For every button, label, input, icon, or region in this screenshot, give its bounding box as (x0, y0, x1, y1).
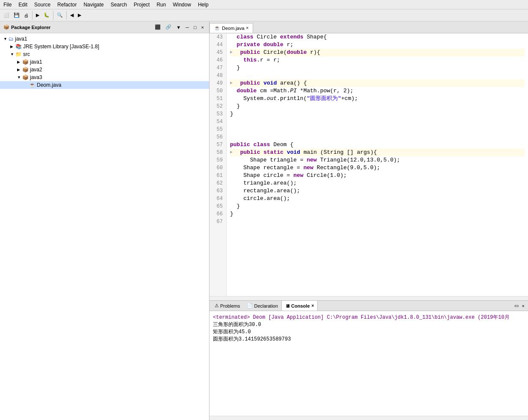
tree-item-deom-java[interactable]: ☕ Deom.java (0, 81, 209, 89)
line-number: 59 (213, 156, 223, 164)
tree-item-pkg-java3[interactable]: ▼ 📦 java3 (0, 73, 209, 81)
code-line[interactable]: Shape rectangle = new Rectangle(9.0,5.0)… (230, 164, 525, 172)
tree-item-java1[interactable]: ▼ 🗂 java1 (0, 35, 209, 43)
code-line[interactable]: rectangle.area(); (230, 187, 525, 195)
code-line[interactable]: public class Deom { (230, 141, 525, 149)
menu-help[interactable]: Help (195, 1, 212, 9)
tab-console[interactable]: 🖥 Console × (281, 301, 318, 311)
code-content[interactable]: class Circle extends Shape{ private doub… (227, 33, 528, 296)
code-token: public (240, 149, 260, 156)
line-number: 62 (213, 179, 223, 187)
code-token: new (307, 156, 316, 164)
tab-close-btn[interactable]: × (246, 26, 249, 30)
code-token: } (230, 64, 240, 72)
console-minimize-btn[interactable]: ▭ (513, 302, 520, 310)
code-token: this (243, 56, 257, 64)
console-line-3: 圆形面积为3.141592653589793 (213, 335, 525, 343)
menu-edit[interactable]: Edit (15, 1, 31, 9)
toolbar-debug[interactable]: 🐛 (42, 11, 51, 19)
line-number: 58 (213, 149, 223, 156)
pe-link-editor[interactable]: 🔗 (164, 23, 173, 31)
declaration-icon: 📄 (247, 303, 253, 308)
tree-item-pkg-java2[interactable]: ▶ 📦 java2 (0, 66, 209, 73)
code-line[interactable]: class Circle extends Shape{ (230, 33, 525, 41)
pe-minimize[interactable]: ─ (184, 23, 191, 31)
tab-declaration[interactable]: 📄 Declaration (243, 301, 281, 311)
menu-window[interactable]: Window (169, 1, 195, 9)
code-line[interactable]: Shape triangle = new Triangle(12.0,13.0,… (230, 156, 525, 164)
code-line[interactable]: } (230, 203, 525, 210)
console-line-1: 三角形的面积为30.0 (213, 321, 525, 328)
code-line[interactable]: circle.area(); (230, 195, 525, 203)
toolbar-save[interactable]: 💾 (12, 11, 21, 19)
menu-search[interactable]: Search (107, 1, 130, 9)
toolbar-run[interactable]: ▶ (34, 11, 41, 19)
tree-item-src[interactable]: ▼ 📁 src (0, 50, 209, 58)
menu-project[interactable]: Project (130, 1, 153, 9)
code-token: double (263, 41, 283, 49)
console-line-2: 矩形面积为45.0 (213, 328, 525, 335)
code-line[interactable]: } (230, 110, 525, 118)
code-line[interactable] (230, 126, 525, 133)
pe-maximize[interactable]: □ (192, 23, 198, 31)
code-line[interactable]: ► public Circle(double r){ (230, 49, 525, 56)
tab-label: Deom.java (222, 26, 245, 31)
code-line[interactable]: ► public void area() { (230, 79, 525, 87)
pe-close[interactable]: × (200, 23, 206, 31)
code-line[interactable]: this.r = r; (230, 56, 525, 64)
menu-run[interactable]: Run (153, 1, 169, 9)
menu-navigate[interactable]: Navigate (80, 1, 107, 9)
code-line[interactable]: double cm =Math.PI *Math.pow(r, 2); (230, 87, 525, 95)
code-line[interactable]: } (230, 210, 525, 218)
code-line[interactable]: private double r; (230, 41, 525, 49)
code-token (283, 149, 287, 156)
code-token: Shape triangle = (230, 156, 307, 164)
pe-view-menu[interactable]: ▼ (174, 23, 183, 31)
toolbar-back[interactable]: ◀ (68, 11, 75, 19)
code-token: Triangle(12.0,13.0,5.0); (317, 156, 400, 164)
line-number: 53 (213, 110, 223, 118)
code-line[interactable]: ► public static void main (String [] arg… (230, 149, 525, 156)
tab-problems[interactable]: ⚠ Problems (211, 301, 243, 311)
code-token: System. (230, 95, 267, 103)
toolbar-new[interactable]: ⬜ (2, 11, 11, 19)
toolbar-print[interactable]: 🖨 (22, 12, 30, 19)
code-line[interactable] (230, 218, 525, 226)
editor-tab-deom[interactable]: ☕ Deom.java × (209, 23, 253, 33)
toolbar-forward[interactable]: ▶ (76, 11, 83, 19)
code-line[interactable]: } (230, 64, 525, 72)
code-token: } (230, 103, 240, 110)
line-number: 56 (213, 133, 223, 141)
code-token: public (240, 79, 260, 87)
pe-header: 📦 Package Explorer ⬛ 🔗 ▼ ─ □ × (0, 21, 209, 33)
line-number: 50 (213, 87, 223, 95)
line-marker-icon: ► (230, 49, 233, 56)
code-editor[interactable]: 4344454647484950515253545556575859606162… (209, 33, 528, 296)
pe-collapse-all[interactable]: ⬛ (153, 23, 162, 31)
menu-source[interactable]: Source (31, 1, 54, 9)
code-token (233, 49, 240, 56)
tree-item-pkg-java1[interactable]: ▶ 📦 java1 (0, 58, 209, 66)
line-number: 67 (213, 218, 223, 226)
code-line[interactable]: } (230, 103, 525, 110)
menu-file[interactable]: File (0, 1, 15, 9)
expand-arrow: ▶ (17, 68, 22, 72)
code-line[interactable]: triangle.area(); (230, 179, 525, 187)
code-line[interactable] (230, 118, 525, 126)
code-line[interactable] (230, 133, 525, 141)
tab-problems-label: Problems (220, 303, 240, 308)
code-line[interactable] (230, 72, 525, 79)
menu-refactor[interactable]: Refactor (54, 1, 80, 9)
code-token: r; (283, 41, 293, 49)
code-line[interactable]: Shape circle = new Circle(1.0); (230, 172, 525, 179)
code-token: cm =Math. (257, 87, 290, 95)
toolbar-search[interactable]: 🔍 (55, 11, 65, 19)
code-token: } (230, 110, 233, 118)
tree-item-jre[interactable]: ▶ 📚 JRE System Library [JavaSE-1.8] (0, 43, 209, 50)
line-number: 44 (213, 41, 223, 49)
code-line[interactable]: System.out.println("圆形面积为"+cm); (230, 95, 525, 103)
bottom-scrollbar[interactable] (209, 416, 528, 420)
editor-scrollbar[interactable] (209, 296, 528, 300)
code-token (230, 41, 237, 49)
console-close-btn[interactable]: × (520, 302, 526, 310)
